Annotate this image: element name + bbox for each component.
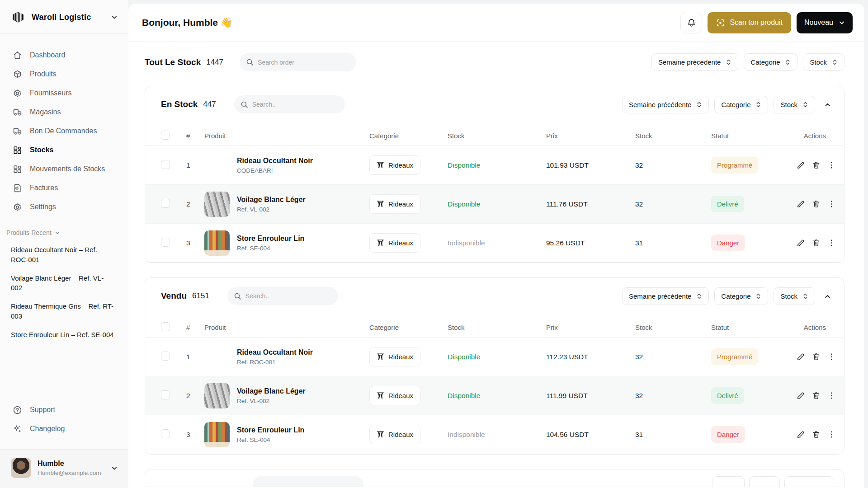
filter-week[interactable]: Semaine précédente [622, 96, 709, 113]
sidebar-item-mouvements-de-stocks[interactable]: Mouvements de Stocks [0, 160, 128, 178]
row-checkbox[interactable] [161, 238, 170, 247]
sidebar-item-magasins[interactable]: Magasins [0, 103, 128, 122]
row-checkbox[interactable] [161, 390, 170, 399]
product-name: Store Enrouleur Lin [237, 235, 304, 243]
delete-button[interactable] [812, 352, 821, 361]
recent-product-item[interactable]: Voilage Blanc Léger – Ref. VL-002 [0, 273, 128, 293]
more-actions-button[interactable] [827, 352, 836, 361]
user-profile[interactable]: Humble Humble@example.com [0, 449, 128, 488]
filter-stock[interactable]: Stock [774, 287, 815, 305]
section-search-input[interactable] [252, 101, 339, 108]
recent-products-toggle[interactable]: Produits Recent [0, 229, 128, 236]
category-chip[interactable]: Rideaux [369, 233, 420, 253]
delete-button[interactable] [812, 239, 821, 247]
edit-button[interactable] [797, 239, 805, 247]
scan-product-button[interactable]: Scan ton produit [708, 12, 791, 33]
filter-button[interactable] [749, 476, 780, 488]
product-thumbnail [204, 383, 230, 408]
recent-product-item[interactable]: Store Enrouleur Lin – Ref. SE-004 [0, 330, 128, 340]
col-prix: Prix [546, 132, 635, 140]
recent-product-item[interactable]: Rideau Occultant Noir – Ref. ROC-001 [0, 245, 128, 265]
collapse-section-button[interactable] [821, 289, 834, 303]
filter-week[interactable]: Semaine précédente [651, 53, 738, 71]
section-search[interactable] [227, 287, 338, 305]
delete-button[interactable] [812, 430, 821, 439]
select-all-checkbox[interactable] [161, 131, 170, 140]
sidebar-item-label: Changelog [30, 425, 65, 433]
kebab-menu-icon [827, 352, 836, 361]
product-ref: Ref. ROC-001 [237, 359, 313, 366]
edit-button[interactable] [797, 430, 805, 439]
status-badge: Programmé [711, 348, 758, 365]
edit-button[interactable] [797, 352, 805, 361]
category-chip[interactable]: Rideaux [369, 194, 420, 214]
filter-stock[interactable]: Stock [803, 53, 844, 71]
row-checkbox[interactable] [161, 160, 170, 169]
filter-category[interactable]: Categorie [714, 287, 768, 305]
filter-button[interactable] [784, 476, 834, 488]
sort-icon [802, 293, 808, 300]
sidebar-item-factures[interactable]: Factures [0, 178, 128, 197]
chevron-up-icon [824, 293, 831, 300]
boxes-icon [13, 145, 22, 155]
filter-category[interactable]: Categorie [744, 53, 797, 71]
delete-button[interactable] [812, 200, 821, 208]
section-title: Vendu [161, 291, 187, 301]
delete-button[interactable] [812, 161, 821, 169]
more-actions-button[interactable] [827, 161, 836, 169]
sidebar-item-dashboard[interactable]: Dashboard [0, 46, 128, 65]
sidebar-item-bon-de-commandes[interactable]: Bon De Commandes [0, 122, 128, 141]
sidebar-item-changelog[interactable]: Changelog [0, 419, 128, 438]
table-row: 2 Voilage Blanc LégerRef. VL-002 Rideaux… [145, 185, 844, 224]
category-chip[interactable]: Rideaux [369, 386, 420, 405]
sidebar-item-support[interactable]: Support [0, 400, 128, 419]
sidebar-item-label: Settings [30, 203, 56, 211]
notifications-button[interactable] [680, 12, 702, 33]
filter-category[interactable]: Categorie [714, 96, 768, 113]
workspace-switcher[interactable]: Waroli Logistic [0, 0, 128, 33]
recent-product-item[interactable]: Rideau Thermique Gris – Ref. RT-003 [0, 301, 128, 321]
waroli-logo-icon [10, 9, 26, 25]
section-search-input[interactable] [245, 292, 332, 300]
sidebar-spacer [0, 339, 128, 400]
app-root: Waroli Logistic Dashboard Produits Fourn… [0, 0, 868, 488]
recent-products-label: Produits Recent [6, 229, 52, 236]
user-name: Humble [38, 460, 105, 468]
sidebar-item-produits[interactable]: Produits [0, 65, 128, 84]
section-search[interactable] [253, 476, 363, 487]
sidebar-nav: Dashboard Produits Fournisseurs Magasins… [0, 34, 128, 216]
section-search[interactable] [234, 95, 345, 113]
boxes-icon [13, 164, 22, 174]
new-button[interactable]: Nouveau [797, 12, 853, 33]
category-chip[interactable]: Rideaux [369, 347, 420, 366]
filter-week[interactable]: Semaine précédente [622, 287, 709, 305]
price-value: 112.23 USDT [546, 353, 635, 361]
more-actions-button[interactable] [827, 239, 836, 247]
edit-button[interactable] [797, 200, 805, 208]
more-actions-button[interactable] [827, 391, 836, 400]
status-badge: Danger [711, 426, 745, 443]
delete-button[interactable] [812, 391, 821, 400]
stock-qty-value: 32 [635, 392, 711, 400]
select-all-checkbox[interactable] [161, 322, 170, 331]
order-search[interactable] [240, 53, 356, 71]
order-search-input[interactable] [258, 59, 350, 66]
row-checkbox[interactable] [161, 199, 170, 208]
topbar: Bonjour, Humble 👋 Scan ton produit Nouve… [128, 4, 864, 42]
filter-stock[interactable]: Stock [774, 96, 815, 113]
collapse-section-button[interactable] [821, 98, 834, 111]
filter-button[interactable] [712, 476, 745, 488]
more-actions-button[interactable] [827, 200, 836, 208]
more-actions-button[interactable] [827, 430, 836, 439]
sidebar-item-settings[interactable]: Settings [0, 197, 128, 216]
availability-label: Disponible [448, 161, 546, 169]
section-vendu: Vendu 6151 Semaine précédente Categorie … [145, 277, 844, 455]
row-checkbox[interactable] [161, 352, 170, 361]
category-chip[interactable]: Rideaux [369, 425, 420, 444]
row-checkbox[interactable] [161, 429, 170, 438]
sidebar-item-stocks[interactable]: Stocks [0, 141, 128, 160]
category-chip[interactable]: Rideaux [369, 155, 420, 175]
edit-button[interactable] [797, 161, 805, 169]
sidebar-item-fournisseurs[interactable]: Fournisseurs [0, 84, 128, 103]
edit-button[interactable] [797, 391, 805, 400]
